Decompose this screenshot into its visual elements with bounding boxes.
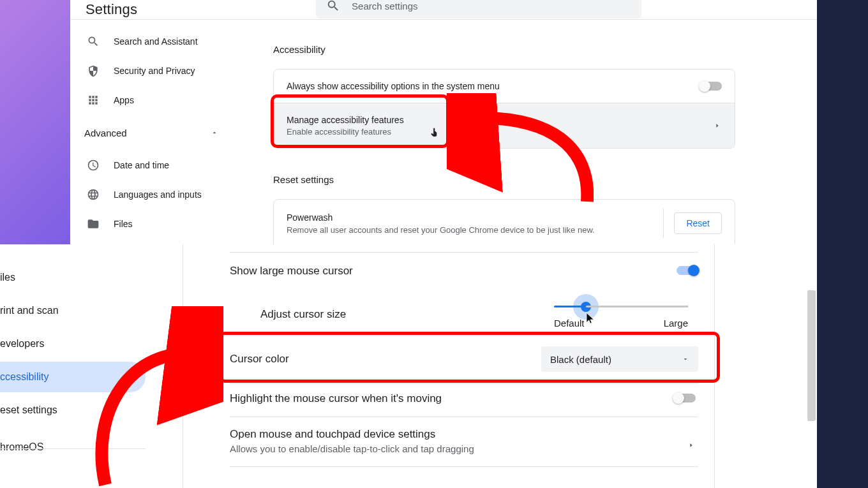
- row-label: Highlight the mouse cursor when it's mov…: [230, 392, 442, 405]
- always-show-toggle[interactable]: [700, 82, 722, 91]
- row-sublabel: Allows you to enable/disable tap-to-clic…: [230, 443, 474, 454]
- globe-icon: [87, 188, 100, 201]
- reset-button[interactable]: Reset: [674, 212, 722, 234]
- sidebar-label: Search and Assistant: [114, 36, 198, 47]
- chevron-down-icon: [682, 355, 689, 363]
- bottom-sidebar: iles rint and scan evelopers ccessibilit…: [0, 244, 146, 488]
- row-label: Manage accessibility features: [287, 115, 404, 125]
- sidebar-item-languages[interactable]: Languages and inputs: [70, 182, 236, 207]
- sidebar-label: Advanced: [84, 128, 127, 138]
- sidebar-label: Files: [114, 219, 133, 229]
- sidebar-item-date-time[interactable]: Date and time: [70, 152, 236, 178]
- scrollbar-thumb[interactable]: [807, 290, 816, 421]
- row-label: Open mouse and touchpad device settings: [230, 428, 435, 441]
- folder-icon: [87, 218, 100, 230]
- row-label: Cursor color: [230, 353, 289, 366]
- search-settings-box[interactable]: Search settings: [316, 0, 641, 18]
- search-icon: [326, 0, 340, 13]
- sidebar-item-print-scan-cropped[interactable]: rint and scan: [0, 295, 146, 326]
- powerwash-label: Powerwash: [287, 212, 653, 223]
- sidebar-item-reset-settings-cropped[interactable]: eset settings: [0, 395, 146, 425]
- sidebar-label: Date and time: [114, 160, 169, 170]
- row-sublabel: Enable accessibility features: [287, 127, 404, 137]
- settings-sidebar: Search and Assistant Security and Privac…: [70, 20, 236, 244]
- large-cursor-toggle[interactable]: [677, 266, 698, 275]
- sidebar-item-advanced[interactable]: Advanced: [70, 117, 236, 149]
- row-label: Adjust cursor size: [260, 308, 346, 321]
- sidebar-item-search-assistant[interactable]: Search and Assistant: [70, 29, 236, 54]
- open-mouse-row[interactable]: Open mouse and touchpad device settings …: [230, 428, 474, 454]
- sidebar-item-developers-cropped[interactable]: evelopers: [0, 329, 146, 359]
- always-show-row[interactable]: Always show accessibility options in the…: [274, 70, 735, 103]
- large-cursor-row[interactable]: Show large mouse cursor: [230, 265, 698, 277]
- chevron-up-icon: [211, 129, 218, 137]
- cursor-color-dropdown[interactable]: Black (default): [541, 346, 698, 372]
- accessibility-card: Always show accessibility options in the…: [273, 69, 735, 149]
- highlight-moving-row[interactable]: Highlight the mouse cursor when it's mov…: [230, 392, 698, 405]
- row-label: Always show accessibility options in the…: [287, 81, 500, 91]
- sidebar-label: Apps: [114, 95, 134, 105]
- slider-min-label: Default: [554, 318, 585, 329]
- chevron-right-icon: [688, 440, 694, 451]
- dropdown-value: Black (default): [550, 354, 611, 365]
- clock-icon: [87, 159, 100, 172]
- sidebar-label: Languages and inputs: [114, 189, 202, 200]
- adjust-size-row: Adjust cursor size: [260, 308, 346, 321]
- search-placeholder: Search settings: [352, 1, 417, 11]
- sidebar-item-files[interactable]: Files: [70, 211, 236, 237]
- row-label: Show large mouse cursor: [230, 265, 353, 277]
- background-dark-strip: [817, 0, 868, 488]
- cursor-color-row: Cursor color: [230, 353, 289, 366]
- manage-accessibility-row[interactable]: Manage accessibility features Enable acc…: [274, 103, 735, 148]
- shield-icon: [87, 64, 100, 77]
- accessibility-heading: Accessibility: [273, 44, 817, 55]
- settings-main: Accessibility Always show accessibility …: [236, 20, 817, 244]
- sidebar-item-security[interactable]: Security and Privacy: [70, 58, 236, 84]
- cursor-size-slider[interactable]: Default Large: [554, 306, 688, 329]
- slider-max-label: Large: [664, 318, 688, 329]
- settings-window-top: Settings Search settings Search and Assi…: [70, 0, 817, 244]
- reset-heading: Reset settings: [273, 174, 817, 185]
- arrow-cursor-icon: [585, 310, 596, 325]
- sidebar-label: Security and Privacy: [114, 66, 195, 76]
- highlight-moving-toggle[interactable]: [674, 394, 696, 403]
- powerwash-sublabel: Remove all user accounts and reset your …: [287, 225, 653, 235]
- sidebar-item-accessibility-cropped[interactable]: ccessibility: [0, 362, 146, 392]
- background-purple-strip: [0, 0, 71, 244]
- apps-grid-icon: [87, 94, 100, 107]
- settings-title: Settings: [86, 1, 137, 18]
- settings-window-bottom: iles rint and scan evelopers ccessibilit…: [0, 244, 807, 488]
- chevron-right-icon: [714, 121, 721, 131]
- sidebar-item-chromeos-cropped[interactable]: hromeOS: [0, 432, 146, 462]
- pointer-cursor-icon: [429, 125, 440, 139]
- sidebar-item-files-cropped[interactable]: iles: [0, 262, 146, 293]
- search-icon: [87, 35, 100, 48]
- sidebar-item-apps[interactable]: Apps: [70, 87, 236, 113]
- reset-card: Powerwash Remove all user accounts and r…: [273, 199, 735, 248]
